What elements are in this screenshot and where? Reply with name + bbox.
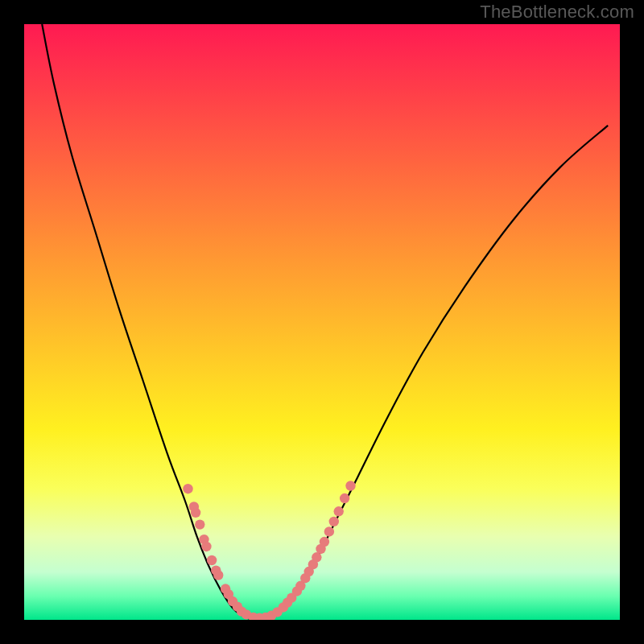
data-marker [320,537,329,547]
data-marker [213,570,223,580]
data-marker [345,481,355,490]
data-marker [324,526,334,536]
data-marker [183,484,192,493]
data-marker [329,517,339,526]
chart-frame: TheBottleneck.com [0,0,644,644]
data-marker [201,542,211,551]
plot-area [24,24,620,620]
watermark-text: TheBottleneck.com [480,2,634,23]
data-marker [334,506,344,516]
chart-svg [24,24,620,620]
data-markers [183,481,355,620]
data-marker [340,493,349,503]
data-marker [191,508,200,518]
data-marker [195,519,204,529]
data-marker [207,555,217,565]
